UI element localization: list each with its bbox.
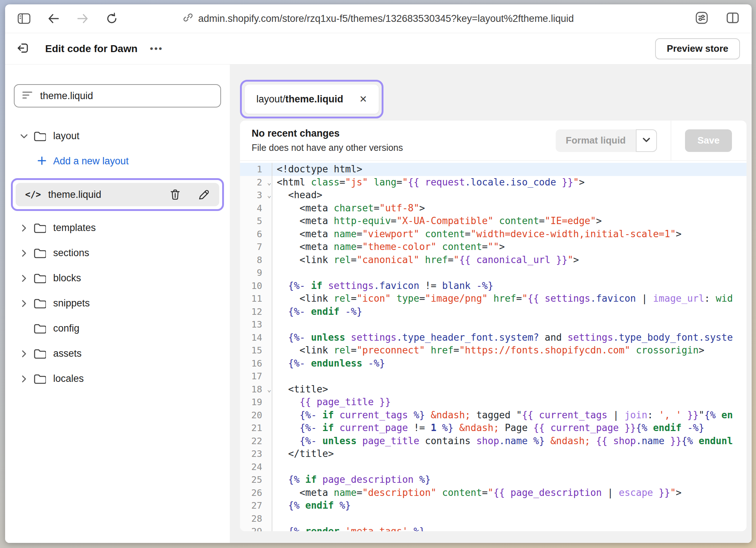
- code-line-content[interactable]: {%- endif -%}: [272, 305, 747, 318]
- code-line-content[interactable]: [272, 266, 747, 279]
- file-search-input[interactable]: [39, 90, 213, 102]
- code-line-content[interactable]: {{ page_title }}: [272, 396, 747, 409]
- chevron-right-icon[interactable]: [18, 224, 30, 232]
- sidebar-item-theme.liquid[interactable]: </>theme.liquid: [16, 183, 219, 206]
- code-line[interactable]: 25 {% if page_description %}: [240, 473, 747, 486]
- code-line-content[interactable]: {% endif %}: [272, 499, 747, 512]
- split-view-icon[interactable]: [726, 12, 739, 25]
- chevron-right-icon[interactable]: [18, 300, 30, 308]
- code-line[interactable]: 2⌄<html class="js" lang="{{ request.loca…: [240, 176, 747, 189]
- code-line-content[interactable]: <meta name="theme-color" content="">: [272, 240, 747, 254]
- code-line-content[interactable]: <!doctype html>: [272, 163, 747, 176]
- code-line-content[interactable]: <meta name="description" content="{{ pag…: [272, 486, 747, 500]
- tab-close-icon[interactable]: ✕: [359, 94, 367, 105]
- code-line-content[interactable]: <html class="js" lang="{{ request.locale…: [272, 176, 747, 189]
- sidebar-toggle-icon[interactable]: [17, 13, 31, 24]
- code-line[interactable]: 18⌄ <title>: [240, 383, 747, 396]
- sidebar-item-sections[interactable]: sections: [5, 240, 230, 266]
- code-line-content[interactable]: [272, 370, 747, 383]
- code-line-content[interactable]: {%- unless page_title contains shop.name…: [272, 435, 747, 448]
- sidebar-item-snippets[interactable]: snippets: [5, 291, 230, 316]
- line-number: 1: [240, 163, 272, 176]
- fold-chevron-icon[interactable]: ⌄: [267, 189, 271, 202]
- code-line-content[interactable]: <head>: [272, 189, 747, 202]
- file-search[interactable]: [14, 84, 221, 107]
- chevron-right-icon[interactable]: [18, 375, 30, 383]
- save-button[interactable]: Save: [685, 129, 732, 152]
- code-line-content[interactable]: <meta http-equiv="X-UA-Compatible" conte…: [272, 215, 747, 228]
- code-line[interactable]: 26 <meta name="description" content="{{ …: [240, 486, 747, 500]
- code-line[interactable]: 24: [240, 461, 747, 474]
- code-line-content[interactable]: {%- if current_tags %} &ndash; tagged "{…: [272, 409, 747, 422]
- url-text[interactable]: admin.shopify.com/store/rzq1xu-f5/themes…: [198, 13, 574, 24]
- code-line-content[interactable]: {%- if current_page != 1 %} &ndash; Page…: [272, 422, 747, 435]
- code-line[interactable]: 27 {% endif %}: [240, 499, 747, 512]
- code-line-content[interactable]: [272, 461, 747, 474]
- code-line[interactable]: 15 <link rel="preconnect" href="https://…: [240, 344, 747, 357]
- page-settings-icon[interactable]: [695, 11, 709, 26]
- format-liquid-dropdown[interactable]: [636, 129, 657, 152]
- code-line[interactable]: 8 <link rel="canonical" href="{{ canonic…: [240, 254, 747, 267]
- code-line[interactable]: 10 {%- if settings.favicon != blank -%}: [240, 279, 747, 293]
- code-line-content[interactable]: <link rel="canonical" href="{{ canonical…: [272, 254, 747, 267]
- sidebar-item-locales[interactable]: locales: [5, 366, 230, 391]
- sidebar-item-templates[interactable]: templates: [5, 215, 230, 240]
- tab-theme-liquid[interactable]: layout/theme.liquid ✕: [245, 85, 379, 114]
- code-line-content[interactable]: <meta name="viewport" content="width=dev…: [272, 228, 747, 241]
- chevron-right-icon[interactable]: [18, 274, 30, 282]
- code-line-content[interactable]: {%- unless settings.type_header_font.sys…: [272, 331, 747, 344]
- code-line-content[interactable]: <title>: [272, 383, 747, 396]
- code-line[interactable]: 29 {% render 'meta-tags' %}: [240, 525, 747, 531]
- code-line[interactable]: 17: [240, 370, 747, 383]
- code-line-content[interactable]: {%- if settings.favicon != blank -%}: [272, 279, 747, 293]
- code-line[interactable]: 13: [240, 318, 747, 331]
- code-line[interactable]: 6 <meta name="viewport" content="width=d…: [240, 228, 747, 241]
- add-layout-button[interactable]: Add a new layout: [5, 149, 230, 174]
- format-liquid-button[interactable]: Format liquid: [556, 129, 636, 152]
- chevron-right-icon[interactable]: [18, 249, 30, 257]
- forward-icon[interactable]: [76, 13, 89, 24]
- code-line[interactable]: 14 {%- unless settings.type_header_font.…: [240, 331, 747, 344]
- code-line[interactable]: 9: [240, 266, 747, 279]
- code-line-content[interactable]: {%- endunless -%}: [272, 357, 747, 370]
- more-menu-button[interactable]: •••: [150, 43, 163, 54]
- code-line[interactable]: 28: [240, 512, 747, 525]
- code-line-content[interactable]: [272, 318, 747, 331]
- code-line-content[interactable]: <meta charset="utf-8">: [272, 202, 747, 215]
- code-line-content[interactable]: </title>: [272, 447, 747, 461]
- code-line[interactable]: 3⌄ <head>: [240, 189, 747, 202]
- sidebar-item-layout[interactable]: layout: [5, 124, 230, 149]
- code-line[interactable]: 7 <meta name="theme-color" content="">: [240, 240, 747, 254]
- sidebar-item-blocks[interactable]: blocks: [5, 266, 230, 291]
- delete-file-icon[interactable]: [170, 189, 181, 200]
- code-line[interactable]: 12 {%- endif -%}: [240, 305, 747, 318]
- fold-chevron-icon[interactable]: ⌄: [267, 383, 271, 396]
- code-line-content[interactable]: {% render 'meta-tags' %}: [272, 525, 747, 531]
- exit-icon[interactable]: [17, 42, 30, 56]
- reload-icon[interactable]: [106, 12, 118, 25]
- code-line[interactable]: 1<!doctype html>: [240, 163, 747, 176]
- code-line[interactable]: 5 <meta http-equiv="X-UA-Compatible" con…: [240, 215, 747, 228]
- code-line-content[interactable]: <link rel="icon" type="image/png" href="…: [272, 292, 747, 305]
- code-line[interactable]: 23 </title>: [240, 447, 747, 461]
- code-line-content[interactable]: <link rel="preconnect" href="https://fon…: [272, 344, 747, 357]
- code-line[interactable]: 20 {%- if current_tags %} &ndash; tagged…: [240, 409, 747, 422]
- chevron-right-icon[interactable]: [18, 350, 30, 358]
- code-line-content[interactable]: {% if page_description %}: [272, 473, 747, 486]
- fold-chevron-icon[interactable]: ⌄: [267, 176, 271, 189]
- sidebar-item-config[interactable]: config: [5, 316, 230, 341]
- code-editor[interactable]: 1<!doctype html>2⌄<html class="js" lang=…: [240, 161, 747, 531]
- code-line[interactable]: 11 <link rel="icon" type="image/png" hre…: [240, 292, 747, 305]
- code-line[interactable]: 21 {%- if current_page != 1 %} &ndash; P…: [240, 422, 747, 435]
- code-line-content[interactable]: [272, 512, 747, 525]
- rename-file-icon[interactable]: [198, 189, 210, 200]
- back-icon[interactable]: [47, 13, 60, 24]
- line-number: 5: [240, 215, 272, 228]
- code-line[interactable]: 16 {%- endunless -%}: [240, 357, 747, 370]
- code-line[interactable]: 4 <meta charset="utf-8">: [240, 202, 747, 215]
- preview-store-button[interactable]: Preview store: [655, 38, 740, 59]
- chevron-down-icon[interactable]: [18, 134, 30, 139]
- code-line[interactable]: 22 {%- unless page_title contains shop.n…: [240, 435, 747, 448]
- sidebar-item-assets[interactable]: assets: [5, 341, 230, 366]
- code-line[interactable]: 19 {{ page_title }}: [240, 396, 747, 409]
